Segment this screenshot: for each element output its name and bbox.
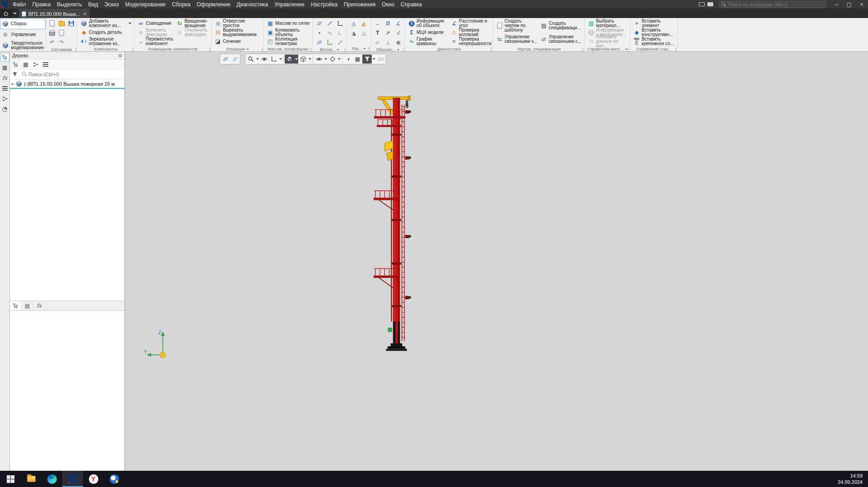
zone-view-icon[interactable] (360, 20, 368, 27)
close-button[interactable]: × (855, 0, 868, 9)
new-document-icon[interactable] (49, 20, 56, 27)
construction-plane2-icon[interactable] (316, 39, 323, 46)
menu-file[interactable]: Файл (9, 0, 29, 9)
undo-icon[interactable] (49, 39, 56, 46)
curvature-graph-button[interactable]: График кривизны (407, 37, 448, 46)
position-marker-icon[interactable] (395, 39, 402, 46)
zoom-icon[interactable] (246, 55, 255, 64)
tree-relations-icon[interactable] (32, 60, 40, 69)
file-explorer-button[interactable] (21, 471, 42, 487)
print-icon[interactable] (49, 29, 56, 37)
tree-root-item[interactable]: (-)ВП1.15.00.000 Вышка пожарная 15 м (10, 79, 125, 89)
cut-extrude-button[interactable]: Вырезать выдавливанием (213, 28, 262, 37)
roughness-icon[interactable] (395, 29, 402, 37)
construction-plane-icon[interactable] (316, 20, 323, 27)
parameters-panel-icon[interactable] (1, 64, 9, 72)
construction-point-icon[interactable] (316, 29, 323, 37)
tab-tree-icon[interactable] (10, 301, 22, 310)
filter-objects-icon[interactable] (362, 55, 372, 64)
app-button-6[interactable] (104, 471, 125, 487)
maximize-button[interactable]: ▢ (843, 0, 855, 9)
rotate-rotate-button[interactable]: Вращение-вращение (175, 19, 209, 28)
variables-panel-icon[interactable] (1, 74, 9, 82)
layers-panel-icon[interactable] (1, 105, 9, 113)
orbit-icon[interactable] (259, 55, 269, 64)
create-spec-button[interactable]: Создать спецификаци... (539, 19, 582, 32)
menu-assembly[interactable]: Сборка (169, 0, 194, 9)
home-button[interactable] (0, 9, 12, 18)
tree-settings-gear-icon[interactable] (118, 53, 122, 58)
leader-icon[interactable] (384, 29, 392, 37)
grid-toggle-icon[interactable] (353, 55, 362, 64)
insert-fastener-button[interactable]: Вставить крепежное со... (632, 37, 675, 46)
manage-linked-specs-button[interactable]: Управление связанными с... (539, 32, 582, 46)
collision-check-button[interactable]: Проверка коллизий (449, 28, 491, 37)
menu-edit[interactable]: Правка (29, 0, 54, 9)
command-search-input[interactable] (728, 2, 824, 7)
local-cs-icon[interactable] (326, 39, 333, 46)
polyline-icon[interactable] (337, 29, 344, 37)
copy-objects-button[interactable]: Копировать объекты (266, 28, 310, 37)
show-sketch-plane-icon[interactable] (230, 55, 240, 64)
object-info-button[interactable]: i Информация об объекте (407, 19, 448, 28)
move-component-button[interactable]: Переместить компонент (136, 37, 174, 46)
mode-tab-solid-modeling[interactable]: Твердотельное моделирование (0, 40, 46, 51)
expander-icon[interactable] (12, 81, 14, 86)
tab-variables-icon[interactable] (33, 301, 45, 310)
minimize-button[interactable]: – (830, 0, 843, 9)
insert-element-button[interactable]: Вставить элемент (632, 19, 675, 28)
simple-hole-button[interactable]: Отверстие простое (213, 19, 262, 28)
tree-grouping-icon[interactable] (22, 60, 30, 69)
continuity-check-button[interactable]: Проверка непрерывности (449, 37, 491, 46)
start-button[interactable] (0, 471, 21, 487)
yandex-browser-button[interactable]: Y (83, 471, 104, 487)
break-view-icon[interactable] (350, 29, 357, 37)
angle-dimension-icon[interactable] (395, 20, 402, 27)
diameter-dimension-icon[interactable] (384, 20, 392, 27)
section-button[interactable]: Сечение (213, 37, 262, 46)
tree-structure-icon[interactable] (12, 60, 20, 69)
save-icon[interactable] (68, 20, 75, 27)
geometry-collection-button[interactable]: Коллекция геометрии (266, 37, 310, 46)
tree-display-options-icon[interactable] (42, 60, 50, 69)
distance-angle-button[interactable]: Расстояние и угол (449, 19, 491, 28)
edge-browser-button[interactable] (42, 471, 62, 487)
construction-axis-icon[interactable] (326, 20, 333, 27)
datum-icon[interactable] (374, 39, 381, 46)
menu-window[interactable]: Окно (379, 0, 397, 9)
text-label-icon[interactable] (374, 29, 381, 37)
menu-sketch[interactable]: Эскиз (101, 0, 122, 9)
menu-select[interactable]: Выделить (54, 0, 85, 9)
add-component-caret[interactable] (129, 23, 131, 24)
add-component-button[interactable]: Добавить компонент из... (79, 19, 132, 28)
tree-filter-icon[interactable] (11, 70, 19, 78)
open-document-icon[interactable] (58, 20, 65, 27)
document-tab[interactable]: ВП1.15.00.000 Вышк... × (19, 9, 90, 18)
libraries-panel-icon[interactable] (1, 95, 9, 103)
tolerance-icon[interactable] (384, 39, 392, 46)
filter-objects-caret[interactable] (372, 55, 376, 64)
tab-structure-icon[interactable] (22, 301, 33, 310)
menu-modeling[interactable]: Моделирование (122, 0, 169, 9)
messages-panel-icon[interactable] (1, 84, 9, 92)
mode-tab-assembly[interactable]: Сборка (0, 18, 46, 29)
coordinate-system-icon[interactable] (337, 20, 344, 27)
menu-view[interactable]: Вид (85, 0, 101, 9)
menu-applications[interactable]: Приложения (341, 0, 379, 9)
menu-layout[interactable]: Оформление (194, 0, 233, 9)
display-wireframe-caret[interactable] (308, 55, 312, 64)
menu-help[interactable]: Справка (397, 0, 425, 9)
menu-management[interactable]: Управление (271, 0, 308, 9)
create-drawing-button[interactable]: Создать чертеж по шаблону (495, 19, 538, 32)
viewport-canvas[interactable]: Z Y (125, 52, 868, 471)
select-material-button[interactable]: Выбрать материал... (586, 19, 628, 28)
kompas-taskbar-button[interactable] (62, 471, 83, 487)
exploded-view-icon[interactable] (350, 20, 357, 27)
tree-panel-icon[interactable] (1, 53, 9, 61)
fit-target-icon[interactable] (328, 55, 337, 64)
mass-properties-button[interactable]: МЦХ модели (407, 28, 448, 37)
tab-close-icon[interactable]: × (82, 11, 87, 17)
mate-coincidence-button[interactable]: Совпадение (136, 19, 174, 28)
manage-linked-drawings-button[interactable]: Управление связанными ч... (495, 32, 538, 46)
menu-settings[interactable]: Настройка (308, 0, 341, 9)
